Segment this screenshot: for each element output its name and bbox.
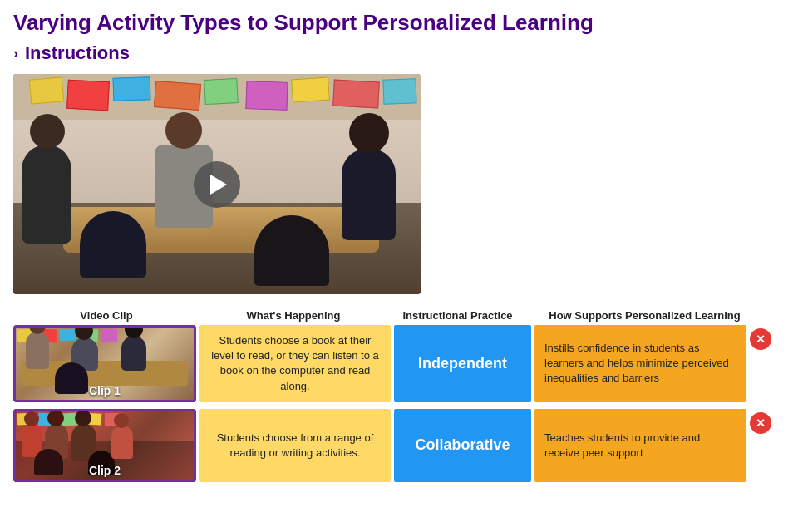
clip-2-border bbox=[13, 409, 196, 482]
table-section: Video Clip What's Happening Instructiona… bbox=[13, 309, 785, 482]
col-header-whats-happening: What's Happening bbox=[198, 309, 389, 322]
instructions-label: Instructions bbox=[25, 42, 130, 64]
how-supports-1: Instills confidence in students as learn… bbox=[534, 325, 746, 402]
col-header-instructional: Instructional Practice bbox=[389, 309, 526, 322]
col-header-how-supports: How Supports Personalized Learning bbox=[526, 309, 763, 322]
close-icon: ✕ bbox=[756, 417, 766, 429]
whats-happening-1: Students choose a book at their level to… bbox=[200, 325, 391, 402]
instructions-toggle[interactable]: › Instructions bbox=[13, 42, 785, 64]
close-icon: ✕ bbox=[756, 333, 766, 345]
table-row: Clip 2 Students choose from a range of r… bbox=[13, 409, 785, 482]
table-header: Video Clip What's Happening Instructiona… bbox=[13, 309, 785, 322]
clip-1-thumbnail[interactable]: Clip 1 bbox=[13, 325, 196, 402]
close-row-1-button[interactable]: ✕ bbox=[750, 328, 771, 350]
video-player[interactable] bbox=[13, 74, 421, 294]
close-row-2-button[interactable]: ✕ bbox=[750, 412, 771, 434]
instructional-practice-2: Collaborative bbox=[394, 409, 531, 482]
instructional-practice-1: Independent bbox=[394, 325, 531, 402]
chevron-icon: › bbox=[13, 45, 18, 62]
table-row: Clip 1 Students choose a book at their l… bbox=[13, 325, 785, 402]
how-supports-2: Teaches students to provide and receive … bbox=[534, 409, 746, 482]
page-title: Varying Activity Types to Support Person… bbox=[13, 10, 785, 36]
page-container: Varying Activity Types to Support Person… bbox=[0, 0, 798, 499]
clip-1-border bbox=[13, 325, 196, 402]
whats-happening-2: Students choose from a range of reading … bbox=[200, 409, 391, 482]
col-header-video: Video Clip bbox=[15, 309, 198, 322]
clip-2-thumbnail[interactable]: Clip 2 bbox=[13, 409, 196, 482]
play-button[interactable] bbox=[194, 161, 240, 208]
play-triangle-icon bbox=[210, 175, 227, 195]
